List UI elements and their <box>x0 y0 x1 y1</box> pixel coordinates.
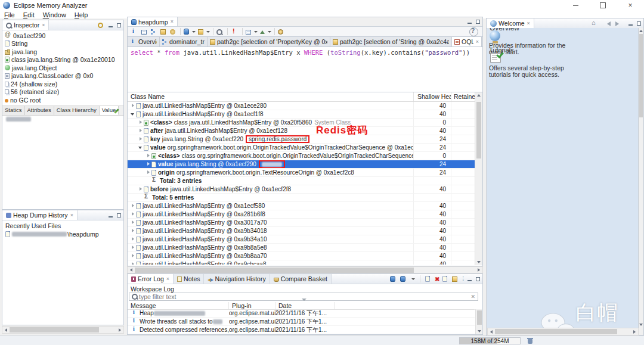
result-tab-oql[interactable]: OQL× <box>452 37 482 46</box>
collapse-icon[interactable] <box>138 145 143 150</box>
close-button[interactable]: × <box>617 0 644 11</box>
scroll-left-icon[interactable] <box>490 330 493 334</box>
expand-icon[interactable] <box>138 120 143 125</box>
minimize-view-icon[interactable] <box>628 21 633 26</box>
menu-help[interactable]: Help <box>70 11 92 18</box>
column-message[interactable]: Message <box>128 302 229 309</box>
expand-icon[interactable] <box>130 237 135 242</box>
minimize-view-icon[interactable] <box>467 276 472 282</box>
tab-notes[interactable]: Notes <box>174 274 204 284</box>
log-row[interactable]: Heap org.eclipse.mat.ui2021/11/16 下午1... <box>128 309 475 318</box>
scroll-up-icon[interactable] <box>639 30 643 32</box>
column-plug-in[interactable]: Plug-in <box>229 302 275 309</box>
tab-navigation-history[interactable]: Navigation History <box>204 274 270 284</box>
expand-icon[interactable] <box>130 103 135 108</box>
table-row[interactable]: valuejava.lang.String @ 0xa1ecf29024 <box>128 160 482 169</box>
close-tab-icon[interactable]: × <box>527 21 530 26</box>
expand-icon[interactable] <box>130 212 135 217</box>
scroll-thumb[interactable] <box>639 34 643 117</box>
inspector-tab-attributes[interactable]: Attributes <box>25 106 54 115</box>
scroll-thumb[interactable] <box>495 329 617 334</box>
clear-log-icon[interactable] <box>425 276 430 282</box>
scroll-thumb[interactable] <box>135 268 414 273</box>
export-log-icon[interactable] <box>390 276 395 282</box>
table-vertical-scrollbar[interactable] <box>475 92 482 265</box>
result-tab-overview[interactable]: Overview <box>128 37 160 46</box>
log-row[interactable]: Wrote threads call stacks to org.eclipse… <box>128 318 475 326</box>
close-tab-icon[interactable]: × <box>171 19 174 24</box>
column-class-name[interactable]: Class Name <box>128 92 414 101</box>
close-tab-icon[interactable]: × <box>70 213 73 218</box>
result-tab-path2gc[interactable]: path2gc [selection of 'String @ 0xa2c4a5… <box>330 37 452 46</box>
scroll-right-icon[interactable] <box>633 330 636 334</box>
thread-overview-button[interactable] <box>169 27 178 36</box>
table-row[interactable]: java.util.LinkedHashMap$Entry @ 0xa1ecf5… <box>128 202 482 210</box>
tab-compare-basket[interactable]: Compare Basket <box>270 274 332 284</box>
left-horizontal-scrollbar[interactable] <box>2 326 124 334</box>
table-row[interactable]: afterjava.util.LinkedHashMap$Entry @ 0xa… <box>128 127 482 135</box>
help-button[interactable] <box>469 27 478 36</box>
delete-log-icon[interactable]: ✖ <box>435 276 439 282</box>
table-row[interactable]: java.util.LinkedHashMap$Entry @ 0xa3017a… <box>128 219 482 227</box>
view-menu-icon[interactable]: ⁞ <box>462 276 464 282</box>
scroll-thumb[interactable] <box>10 327 99 332</box>
inspector-tab-statics[interactable]: Statics <box>2 106 25 115</box>
expand-icon[interactable] <box>138 136 143 142</box>
table-row[interactable]: valueorg.springframework.boot.origin.Ori… <box>128 144 482 152</box>
scroll-left-icon[interactable] <box>5 328 7 332</box>
inspector-item[interactable]: String <box>2 40 123 48</box>
welcome-vertical-scrollbar[interactable] <box>638 28 643 328</box>
leak-report-button[interactable] <box>159 27 169 36</box>
result-tab-dominator_tree[interactable]: dominator_tree <box>160 37 208 46</box>
scroll-down-icon[interactable] <box>639 324 643 326</box>
column-date[interactable]: Date <box>275 302 335 309</box>
inspector-item[interactable]: java.lang <box>2 48 123 56</box>
search-button[interactable] <box>215 27 225 36</box>
table-horizontal-scrollbar[interactable] <box>127 266 483 273</box>
recent-heapdump-file[interactable]: \heapdump <box>2 231 123 238</box>
collapse-icon[interactable] <box>130 111 135 117</box>
table-row[interactable]: java.util.LinkedHashMap$Entry @ 0xa281b6… <box>128 210 482 219</box>
inspector-item[interactable]: java.lang.Object <box>2 64 123 72</box>
tab-inspector[interactable]: Inspector × <box>2 20 49 30</box>
scroll-right-icon[interactable] <box>119 328 121 332</box>
tutorials-icon[interactable] <box>490 53 501 63</box>
maximize-view-icon[interactable] <box>116 213 122 218</box>
maximize-button[interactable] <box>589 0 617 11</box>
table-row[interactable]: java.util.LinkedHashMap$Entry @ 0xa9b8aa… <box>128 252 482 260</box>
inspector-item[interactable]: 56 (retained size) <box>2 88 123 97</box>
log-row[interactable]: Detected compressed references, torg.ecl… <box>128 326 475 334</box>
menu-file[interactable]: File <box>0 11 19 18</box>
result-tab-path2gc[interactable]: path2gc [selection of 'PropertyKey @ 0xa… <box>208 37 330 46</box>
overview-globe-icon[interactable] <box>490 30 501 42</box>
maximize-view-icon[interactable] <box>636 21 642 26</box>
tab-error-log[interactable]: Error Log× <box>128 274 174 284</box>
inspector-tab-class-hierarchy[interactable]: Class Hierarchy <box>54 106 100 115</box>
oql-editor[interactable]: select * from java.util.LinkedHashMap$En… <box>127 47 483 92</box>
scroll-down-icon[interactable] <box>478 330 481 332</box>
tab-heapdump[interactable]: heapdump × <box>128 17 178 26</box>
inspector-item[interactable]: 24 (shallow size) <box>2 80 123 88</box>
log-vertical-scrollbar[interactable] <box>475 309 482 334</box>
overview-button[interactable] <box>129 27 140 36</box>
heap-status-widget[interactable]: 158M of 254M <box>459 337 521 344</box>
scroll-thumb[interactable] <box>476 102 481 158</box>
table-row[interactable]: Total: 3 entries <box>128 177 482 185</box>
table-row[interactable]: <class>class java.util.LinkedHashMap$Ent… <box>128 119 482 127</box>
table-row[interactable]: java.util.LinkedHashMap$Entry @ 0xa9b8a5… <box>128 244 482 252</box>
restore-log-icon[interactable] <box>452 276 457 282</box>
scroll-up-icon[interactable] <box>477 94 481 97</box>
inspector-item[interactable]: 0xa1ecf290 <box>2 32 123 40</box>
expand-icon[interactable] <box>130 262 135 265</box>
dominator-tree-button[interactable] <box>150 27 159 36</box>
scroll-left-icon[interactable] <box>130 268 132 272</box>
table-row[interactable]: Total: 5 entries <box>128 194 482 202</box>
column-retained[interactable]: Retaine <box>451 92 475 101</box>
maximize-view-icon[interactable] <box>475 19 481 24</box>
minimize-view-icon[interactable] <box>108 213 113 218</box>
clear-filter-icon[interactable]: ✕ <box>468 294 478 300</box>
expand-icon[interactable] <box>130 253 135 259</box>
histogram-button[interactable] <box>140 27 150 36</box>
tab-welcome[interactable]: Welcome × <box>487 18 534 28</box>
chevron-down-icon[interactable] <box>411 278 415 280</box>
